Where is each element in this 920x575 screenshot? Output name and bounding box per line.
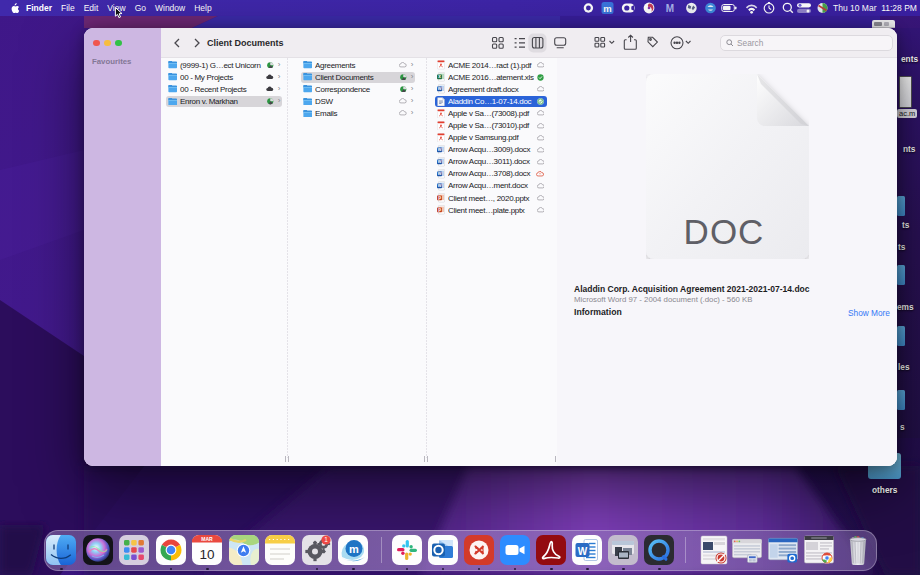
svg-text:m: m (349, 543, 359, 555)
svg-text:m: m (603, 3, 611, 14)
svg-text:w: w (437, 147, 442, 152)
svg-text:M: M (666, 3, 674, 14)
svg-text:MAR: MAR (201, 536, 213, 542)
svg-text:w: w (437, 183, 442, 188)
svg-text:1: 1 (324, 536, 328, 543)
svg-text:w: w (437, 87, 442, 92)
svg-text:w: w (437, 159, 442, 164)
svg-text:p: p (438, 208, 441, 213)
svg-text:p: p (438, 196, 441, 201)
svg-text:10: 10 (199, 547, 214, 562)
svg-text:w: w (437, 171, 442, 176)
svg-text:W: W (578, 546, 588, 557)
svg-text:DOC: DOC (684, 212, 765, 251)
